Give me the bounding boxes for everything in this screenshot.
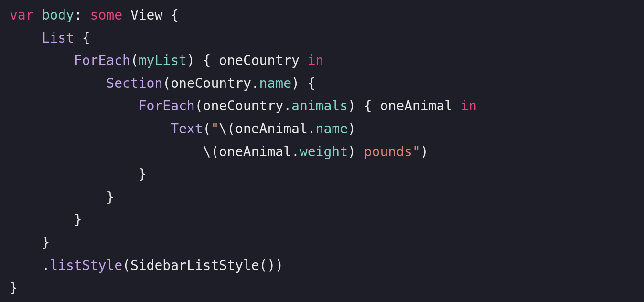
code-line-12: .listStyle(SidebarListStyle())	[10, 254, 634, 277]
code-editor: var body: some View { List { ForEach(myL…	[10, 4, 634, 300]
code-line-2: List {	[10, 27, 634, 50]
identifier-onecountry: oneCountry	[219, 53, 300, 68]
type-text: Text	[171, 121, 203, 137]
property-name: name	[316, 121, 348, 137]
type-section: Section	[106, 76, 162, 91]
property-name: name	[259, 76, 291, 91]
identifier-oneanimal: oneAnimal	[380, 98, 452, 114]
string-literal: pounds"	[356, 144, 420, 160]
type-sidebarliststyle: SidebarListStyle	[130, 258, 259, 273]
code-line-9: }	[10, 186, 634, 209]
keyword-in: in	[300, 53, 324, 68]
code-line-3: ForEach(myList) { oneCountry in	[10, 49, 634, 72]
code-line-11: }	[10, 231, 634, 254]
code-line-7: \(oneAnimal.weight) pounds")	[10, 140, 634, 163]
keyword-in: in	[452, 98, 477, 114]
code-line-5: ForEach(oneCountry.animals) { oneAnimal …	[10, 95, 634, 118]
type-foreach: ForEach	[139, 98, 195, 114]
property-body: body	[42, 7, 74, 23]
param-mylist: myList	[139, 53, 187, 68]
code-line-4: Section(oneCountry.name) {	[10, 72, 634, 95]
property-animals: animals	[291, 98, 348, 114]
code-line-13: }	[10, 277, 634, 300]
type-foreach: ForEach	[74, 53, 130, 68]
code-line-6: Text("\(oneAnimal.name)	[10, 118, 634, 140]
keyword-var: var	[10, 7, 34, 23]
type-view: View	[130, 7, 162, 23]
property-weight: weight	[300, 144, 348, 160]
type-list: List	[42, 30, 74, 46]
method-liststyle: listStyle	[50, 258, 122, 273]
string-literal: "	[211, 121, 219, 137]
code-line-1: var body: some View {	[10, 4, 634, 27]
code-line-8: }	[10, 163, 634, 186]
keyword-some: some	[90, 7, 122, 23]
code-line-10: }	[10, 208, 634, 231]
